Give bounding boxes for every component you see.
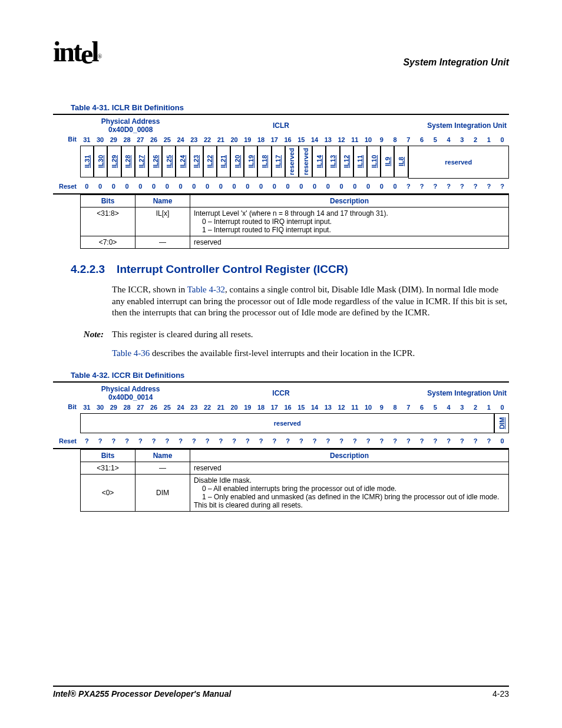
chapter-title: System Integration Unit: [403, 57, 509, 68]
t32-reset-label: Reset: [53, 437, 80, 444]
reset-value: ?: [442, 436, 455, 446]
reset-value: 0: [308, 181, 322, 192]
reset-value: 0: [94, 181, 107, 192]
bit-number: 17: [268, 134, 282, 144]
bit-number: 4: [442, 401, 455, 412]
t32-desc-table: Bits Name Description <31:1> — reserved …: [80, 449, 509, 512]
t32-reserved: reserved: [80, 413, 494, 433]
bit-number: 10: [362, 401, 375, 412]
bit-number: 21: [214, 134, 228, 144]
reset-value: ?: [455, 181, 469, 192]
bit-number: 31: [80, 401, 94, 412]
reset-value: ?: [80, 436, 94, 446]
bit-number: 25: [161, 134, 174, 144]
t32-regname: ICCR: [272, 389, 289, 397]
bit-number: 28: [120, 401, 134, 412]
bit-number: 23: [187, 134, 201, 144]
bit-field: IL29: [107, 146, 121, 177]
bit-number: 17: [268, 401, 282, 412]
bit-number: 20: [227, 401, 241, 412]
reset-value: 0: [161, 181, 174, 192]
reset-value: ?: [268, 436, 282, 446]
reset-value: 0: [134, 181, 147, 192]
reset-value: ?: [375, 436, 389, 446]
t31-phys-addr: 0x40D0_0008: [108, 126, 153, 134]
bit-number: 24: [174, 401, 187, 412]
reset-value: ?: [388, 436, 402, 446]
bit-number: 30: [94, 401, 107, 412]
reset-value: ?: [402, 181, 415, 192]
bit-field: IL12: [340, 146, 353, 177]
t31-phys-label: Physical Address: [101, 117, 160, 126]
bit-field: IL9: [381, 146, 394, 177]
reset-value: ?: [227, 436, 241, 446]
bit-number: 31: [80, 134, 94, 144]
bit-field: IL11: [353, 146, 367, 177]
reset-value: ?: [241, 436, 254, 446]
reset-value: ?: [415, 181, 429, 192]
bit-field: IL21: [217, 146, 230, 177]
reset-value: 0: [80, 181, 94, 192]
bit-number: 6: [415, 401, 429, 412]
reset-value: 0: [495, 436, 509, 446]
reset-value: ?: [174, 436, 187, 446]
bit-field: IL31: [80, 146, 94, 177]
iccr-register-block: Physical Address 0x40D0_0014 ICCR System…: [53, 381, 509, 512]
bit-number: 22: [201, 401, 214, 412]
reset-value: ?: [482, 436, 496, 446]
reset-value: 0: [375, 181, 389, 192]
bit-field: IL25: [162, 146, 176, 177]
bit-number: 14: [308, 134, 322, 144]
bit-number: 15: [295, 401, 308, 412]
bit-number: 26: [147, 134, 161, 144]
bit-field: IL8: [394, 146, 408, 177]
reset-value: 0: [147, 181, 161, 192]
footer-doc-title: Intel® PXA255 Processor Developer's Manu…: [53, 689, 231, 699]
note-label: Note:: [77, 330, 104, 340]
bit-field: IL22: [203, 146, 217, 177]
link-table-4-36[interactable]: Table 4-36: [112, 348, 150, 358]
reset-value: 0: [295, 181, 308, 192]
bit-number: 15: [295, 134, 308, 144]
reset-value: 0: [201, 181, 214, 192]
table31-caption: Table 4-31. ICLR Bit Definitions: [71, 103, 509, 112]
bit-number: 11: [348, 401, 362, 412]
reset-value: ?: [415, 436, 429, 446]
reset-value: 0: [107, 181, 121, 192]
bit-field: IL18: [257, 146, 271, 177]
reset-value: ?: [120, 436, 134, 446]
reset-value: 0: [241, 181, 254, 192]
reset-value: 0: [335, 181, 348, 192]
t31-bit-label: Bit: [53, 136, 80, 143]
reset-value: 0: [187, 181, 201, 192]
bit-number: 7: [402, 401, 415, 412]
bit-number: 19: [241, 401, 254, 412]
t31-regname: ICLR: [273, 121, 289, 130]
t32-unitname: System Integration Unit: [427, 389, 507, 397]
reset-value: ?: [455, 436, 469, 446]
bit-number: 28: [120, 134, 134, 144]
bit-number: 4: [442, 134, 455, 144]
t31-unitname: System Integration Unit: [427, 121, 507, 130]
bit-number: 20: [227, 134, 241, 144]
bit-number: 30: [94, 134, 107, 144]
table32-caption: Table 4-32. ICCR Bit Definitions: [71, 371, 509, 380]
bit-field: IL27: [135, 146, 148, 177]
bit-number: 9: [375, 134, 389, 144]
reset-value: 0: [214, 181, 228, 192]
bit-number: 13: [322, 401, 335, 412]
bit-number: 27: [134, 401, 147, 412]
bit-number: 3: [455, 401, 469, 412]
bit-number: 11: [348, 134, 362, 144]
reset-value: ?: [495, 181, 509, 192]
bit-number: 21: [214, 401, 228, 412]
reset-value: 0: [348, 181, 362, 192]
link-table-4-32[interactable]: Table 4-32: [187, 285, 225, 294]
bit-field: IL19: [244, 146, 257, 177]
note-text: This register is cleared during all rese…: [112, 330, 253, 340]
reset-value: 0: [281, 181, 295, 192]
t32-phys-addr: 0x40D0_0014: [108, 393, 153, 401]
bit-field: IL17: [272, 146, 285, 177]
bit-field: IL10: [367, 146, 381, 177]
reset-value: ?: [429, 436, 442, 446]
